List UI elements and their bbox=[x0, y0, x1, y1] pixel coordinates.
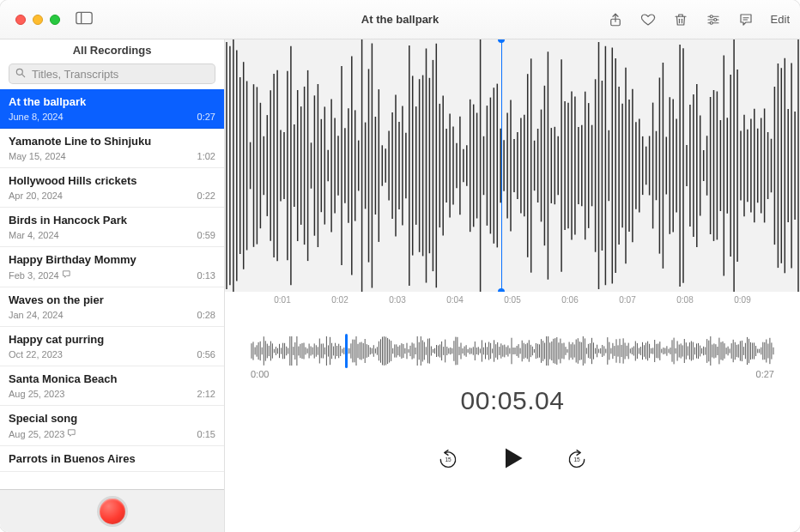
overview-playhead[interactable] bbox=[345, 334, 348, 368]
recording-title: Special song bbox=[9, 412, 215, 425]
recording-duration: 0:28 bbox=[197, 310, 215, 320]
playback-controls: 15 15 bbox=[225, 444, 800, 475]
recording-title: Parrots in Buenos Aires bbox=[9, 452, 215, 465]
svg-rect-0 bbox=[76, 12, 92, 23]
sidebar-title: All Recordings bbox=[0, 39, 224, 63]
title-bar: At the ballpark Edit bbox=[0, 0, 800, 39]
recording-date: Feb 3, 2024 bbox=[9, 269, 71, 281]
play-button[interactable] bbox=[499, 444, 526, 475]
recording-item[interactable]: Birds in Hancock ParkMar 4, 20240:59 bbox=[0, 208, 224, 247]
recording-item[interactable]: Happy cat purringOct 22, 20230:56 bbox=[0, 327, 224, 366]
waveform-large[interactable] bbox=[225, 39, 800, 292]
recording-duration: 0:56 bbox=[197, 349, 215, 360]
overview-end-label: 0:27 bbox=[756, 369, 774, 379]
recording-title: Yamanote Line to Shinjuku bbox=[9, 135, 215, 148]
svg-line-14 bbox=[21, 74, 24, 76]
timeline-tick: 0:04 bbox=[446, 295, 463, 305]
svg-text:15: 15 bbox=[445, 456, 452, 462]
recording-item[interactable]: Waves on the pierJan 24, 20240:28 bbox=[0, 287, 224, 327]
recording-item[interactable]: Santa Monica BeachAug 25, 20232:12 bbox=[0, 366, 224, 406]
timeline-tick: 0:02 bbox=[331, 295, 348, 305]
recording-duration: 0:22 bbox=[197, 190, 215, 201]
playhead[interactable] bbox=[501, 39, 502, 292]
timeline-ruler[interactable]: 0:010:020:030:040:050:060:070:080:09 bbox=[225, 292, 800, 311]
waveform-overview[interactable]: 0:00 0:27 bbox=[251, 336, 774, 366]
close-window-button[interactable] bbox=[15, 15, 26, 25]
timeline-tick: 0:09 bbox=[734, 295, 750, 305]
recordings-sidebar: All Recordings At the ballparkJune 8, 20… bbox=[0, 39, 225, 532]
timeline-tick: 0:06 bbox=[561, 295, 578, 305]
recording-duration: 0:15 bbox=[197, 429, 215, 439]
recording-date: May 15, 2024 bbox=[9, 151, 66, 161]
recording-duration: 0:13 bbox=[197, 270, 215, 281]
skip-forward-button[interactable]: 15 bbox=[566, 447, 588, 473]
recording-date: Aug 25, 2023 bbox=[9, 428, 76, 439]
window-title: At the ballpark bbox=[361, 13, 439, 26]
recording-item[interactable]: Yamanote Line to ShinjukuMay 15, 20241:0… bbox=[0, 129, 224, 168]
playback-pane: 0:010:020:030:040:050:060:070:080:09 0:0… bbox=[225, 39, 800, 532]
svg-point-10 bbox=[710, 21, 712, 24]
transcript-badge-icon bbox=[62, 269, 71, 281]
favorite-button[interactable] bbox=[640, 12, 656, 27]
svg-text:15: 15 bbox=[573, 456, 580, 462]
recording-title: Waves on the pier bbox=[9, 293, 215, 306]
recording-date: Mar 4, 2024 bbox=[9, 230, 59, 240]
recording-date: Apr 20, 2024 bbox=[9, 190, 63, 201]
skip-back-button[interactable]: 15 bbox=[437, 447, 459, 473]
window-controls bbox=[15, 15, 60, 25]
recording-title: At the ballpark bbox=[9, 95, 215, 108]
recording-item[interactable]: Hollywood Hills cricketsApr 20, 20240:22 bbox=[0, 168, 224, 208]
record-button[interactable] bbox=[97, 496, 128, 527]
transcript-badge-icon bbox=[67, 428, 76, 439]
recording-date: June 8, 2024 bbox=[9, 112, 64, 122]
recording-title: Happy Birthday Mommy bbox=[9, 253, 215, 266]
recording-title: Happy cat purring bbox=[9, 333, 215, 346]
timeline-tick: 0:07 bbox=[619, 295, 635, 305]
timecode-display: 00:05.04 bbox=[225, 386, 800, 415]
recording-title: Birds in Hancock Park bbox=[9, 214, 215, 227]
recording-item[interactable]: Happy Birthday MommyFeb 3, 20240:13 bbox=[0, 247, 224, 287]
delete-button[interactable] bbox=[673, 12, 688, 27]
settings-button[interactable] bbox=[706, 12, 721, 27]
recording-item[interactable]: Parrots in Buenos Aires bbox=[0, 446, 224, 472]
fullscreen-window-button[interactable] bbox=[50, 15, 60, 25]
overview-start-label: 0:00 bbox=[251, 369, 269, 379]
sidebar-toggle-button[interactable] bbox=[76, 11, 93, 28]
recording-date: Aug 25, 2023 bbox=[9, 389, 64, 399]
recordings-list: At the ballparkJune 8, 20240:27Yamanote … bbox=[0, 89, 224, 489]
recording-item[interactable]: Special songAug 25, 20230:15 bbox=[0, 406, 224, 446]
record-button-area bbox=[0, 489, 224, 532]
recording-date: Jan 24, 2024 bbox=[9, 310, 64, 320]
timeline-tick: 0:01 bbox=[274, 295, 290, 305]
timeline-tick: 0:08 bbox=[676, 295, 693, 305]
share-button[interactable] bbox=[608, 12, 623, 27]
svg-point-6 bbox=[710, 15, 712, 17]
transcript-button[interactable] bbox=[738, 12, 754, 27]
search-field-container bbox=[9, 63, 215, 84]
minimize-window-button[interactable] bbox=[33, 15, 43, 25]
edit-button[interactable]: Edit bbox=[771, 13, 790, 26]
timeline-tick: 0:05 bbox=[504, 295, 520, 305]
recording-duration: 0:59 bbox=[197, 230, 215, 240]
recording-date: Oct 22, 2023 bbox=[9, 349, 63, 360]
svg-marker-486 bbox=[506, 448, 523, 468]
search-icon bbox=[15, 67, 27, 82]
recording-title: Santa Monica Beach bbox=[9, 372, 215, 385]
recording-item[interactable]: At the ballparkJune 8, 20240:27 bbox=[0, 89, 224, 129]
svg-point-8 bbox=[713, 18, 716, 21]
recording-duration: 1:02 bbox=[197, 151, 215, 161]
recording-duration: 0:27 bbox=[197, 112, 215, 122]
timeline-tick: 0:03 bbox=[389, 295, 405, 305]
recording-title: Hollywood Hills crickets bbox=[9, 174, 215, 187]
search-input[interactable] bbox=[9, 63, 215, 84]
recording-duration: 2:12 bbox=[197, 389, 215, 399]
